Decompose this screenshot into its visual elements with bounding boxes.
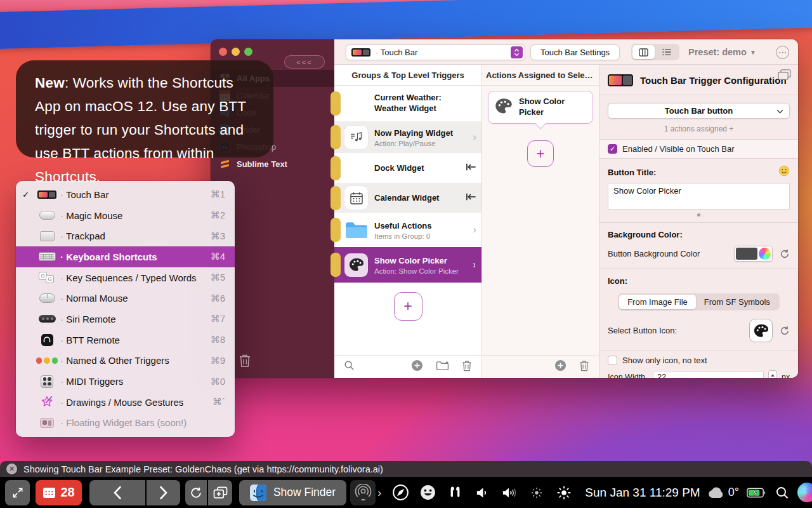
add-circle-icon[interactable]	[411, 359, 423, 374]
trigger-row-weather-widget[interactable]: Current Weather: Weather Widget	[334, 86, 481, 121]
enabled-checkbox[interactable]	[608, 144, 617, 154]
back-button[interactable]	[89, 480, 145, 505]
background-color-label: Background Color:	[608, 230, 683, 239]
window-controls	[219, 48, 252, 56]
touch-bar-icon	[351, 48, 370, 57]
icon-width-stepper[interactable]	[768, 370, 777, 378]
brightness-full-icon[interactable]	[554, 485, 573, 500]
row-color-tab	[331, 91, 341, 116]
delete-trash-icon[interactable]	[579, 360, 589, 374]
weather-widget[interactable]: 0°	[708, 486, 739, 499]
menu-item-magic-mouse[interactable]: Magic Mouse ⌘2	[16, 205, 235, 226]
color-swatch[interactable]	[736, 248, 757, 260]
keyboard-icon	[34, 252, 60, 261]
windows-overlap-icon[interactable]	[778, 69, 791, 83]
touch-bar-settings-button[interactable]: Touch Bar Settings	[530, 44, 620, 60]
actions-assigned-link[interactable]: 1 actions assigned +	[608, 124, 790, 133]
menu-item-siri-remote[interactable]: Siri Remote ⌘7	[16, 309, 235, 330]
enabled-label: Enabled / Visible on Touch Bar	[622, 144, 735, 154]
brightness-dim-icon[interactable]	[527, 486, 546, 500]
menu-item-floating-widget-bars[interactable]: Floating Widget Bars (soon!)	[16, 413, 235, 434]
minimize-window-button[interactable]	[232, 48, 240, 56]
close-window-button[interactable]	[219, 48, 227, 56]
trigger-row-show-color-picker[interactable]: Show Color Picker Action: Show Color Pic…	[334, 247, 481, 283]
siri-icon[interactable]	[797, 483, 812, 502]
expand-touch-bar-button[interactable]	[5, 480, 30, 505]
show-finder-button[interactable]: Show Finder	[239, 480, 346, 505]
menu-item-key-sequences[interactable]: Key Sequences / Typed Words ⌘5	[16, 267, 235, 288]
emoji-smiley-icon[interactable]	[418, 484, 437, 501]
color-wheel-icon[interactable]	[759, 248, 771, 260]
clock[interactable]: Sun Jan 31 11:29 PM	[585, 486, 700, 500]
safari-compass-icon[interactable]	[391, 484, 410, 501]
volume-high-icon[interactable]	[500, 486, 519, 499]
chevron-right-icon[interactable]	[377, 486, 381, 500]
temperature: 0°	[728, 486, 739, 499]
search-icon[interactable]	[775, 486, 789, 500]
new-window-button[interactable]	[208, 480, 232, 505]
tab-from-sf-symbols[interactable]: From SF Symbols	[696, 295, 778, 309]
trigger-type-picker[interactable]: Touch Bar	[346, 44, 525, 60]
assigned-action-card[interactable]: Show Color Picker	[488, 91, 593, 124]
trigger-row-now-playing[interactable]: Now Playing Widget Action: Play/Pause ›	[334, 121, 481, 153]
preset-selector[interactable]: Preset: demo ▼	[688, 39, 756, 65]
updown-chevron-icon[interactable]	[511, 46, 523, 58]
menu-item-btt-remote[interactable]: BTT Remote ⌘8	[16, 330, 235, 351]
checkmark-icon	[22, 189, 34, 199]
trigger-row-useful-actions[interactable]: Useful Actions Items in Group: 0 ›	[334, 213, 481, 247]
button-icon-well[interactable]	[749, 319, 773, 342]
search-icon[interactable]	[344, 360, 355, 373]
column-view-button[interactable]	[632, 45, 655, 59]
actions-footer-toolbar	[482, 355, 599, 378]
menu-item-normal-mouse[interactable]: Normal Mouse ⌘6	[16, 288, 235, 309]
dismiss-status-icon[interactable]	[6, 464, 17, 474]
menu-item-named-other-triggers[interactable]: Named & Other Triggers ⌘9	[16, 351, 235, 371]
calendar-date-button[interactable]: 28	[36, 480, 82, 505]
add-circle-icon[interactable]	[554, 359, 566, 374]
list-view-button[interactable]	[656, 45, 678, 59]
airdrop-tile[interactable]	[350, 480, 376, 505]
row-color-tab	[331, 125, 341, 149]
zoom-window-button[interactable]	[244, 48, 252, 56]
menu-item-midi-triggers[interactable]: MIDI Triggers ⌘0	[16, 371, 235, 392]
icon-label: Icon:	[608, 276, 627, 286]
reset-icon[interactable]	[780, 326, 790, 336]
sidebar-trash-icon[interactable]	[239, 354, 251, 370]
music-note-icon	[344, 126, 368, 149]
icon-width-row: Icon Width px	[608, 368, 790, 378]
icon-width-input[interactable]	[653, 371, 764, 378]
pin-to-bar-icon	[466, 192, 476, 204]
button-title-input[interactable]: Show Color Picker	[608, 183, 790, 210]
sidebar-item-sublime-text[interactable]: Sublime Text	[211, 156, 334, 173]
collapse-sidebar-button[interactable]: <<<	[284, 55, 325, 69]
resize-handle[interactable]	[697, 213, 700, 217]
color-well[interactable]	[734, 246, 773, 262]
sidebar-item-label: Sublime Text	[237, 159, 287, 169]
volume-low-icon[interactable]	[473, 486, 492, 499]
emoji-picker-icon[interactable]	[778, 165, 790, 179]
row-color-tab	[331, 156, 341, 180]
chevron-down-icon	[776, 109, 783, 114]
menu-item-keyboard-shortcuts[interactable]: Keyboard Shortcuts ⌘4	[16, 246, 235, 267]
new-group-folder-icon[interactable]	[436, 360, 449, 373]
trigger-row-calendar-widget[interactable]: Calendar Widget	[334, 183, 481, 213]
groups-footer-toolbar	[334, 355, 481, 378]
status-text: Showing Touch Bar Example Preset: Golden…	[23, 464, 383, 474]
delete-trash-icon[interactable]	[462, 360, 472, 374]
more-options-button[interactable]	[776, 46, 789, 59]
trigger-row-dock-widget[interactable]: Dock Widget	[334, 153, 481, 183]
forward-button[interactable]	[147, 480, 180, 505]
refresh-button[interactable]	[185, 480, 207, 505]
battery-charging-icon[interactable]	[747, 488, 766, 498]
airpods-icon[interactable]	[445, 485, 464, 500]
add-trigger-button[interactable]: +	[394, 292, 422, 321]
show-only-icon-checkbox[interactable]	[608, 356, 617, 365]
menu-item-trackpad[interactable]: Trackpad ⌘3	[16, 225, 235, 246]
menu-item-drawings-gestures[interactable]: Drawings / Mouse Gestures ⌘´	[16, 392, 235, 413]
add-action-button[interactable]: +	[527, 140, 554, 167]
tab-from-image-file[interactable]: From Image File	[619, 295, 696, 309]
touch-bar-icon	[608, 74, 633, 86]
trigger-type-dropdown[interactable]: Touch Bar button	[608, 103, 790, 119]
finder-icon	[250, 485, 266, 501]
reset-color-icon[interactable]	[780, 249, 790, 259]
